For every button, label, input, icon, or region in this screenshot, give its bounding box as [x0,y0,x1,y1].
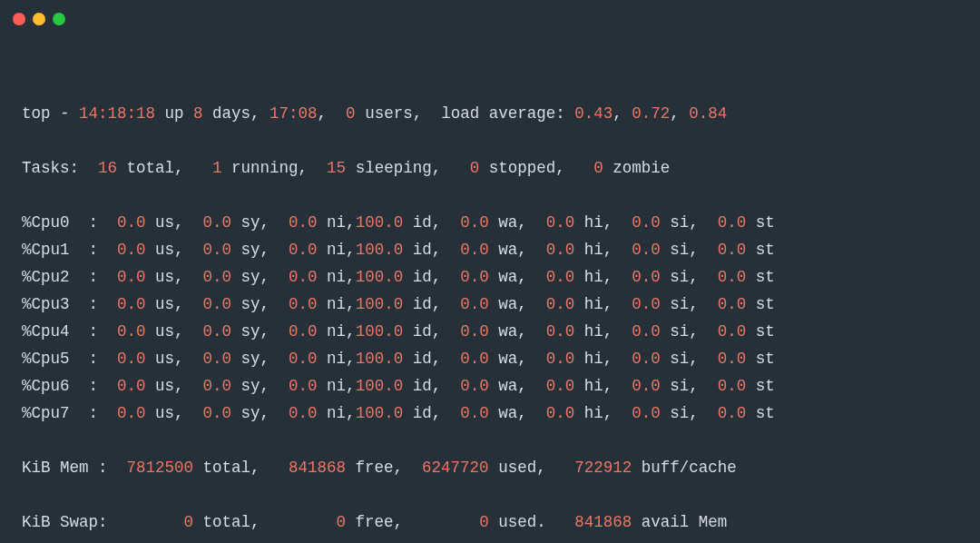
cpu-line-3: %Cpu3 : 0.0 us, 0.0 sy, 0.0 ni,100.0 id,… [22,291,958,318]
terminal-output: top - 14:18:18 up 8 days, 17:08, 0 users… [0,27,980,543]
swap-line: KiB Swap: 0 total, 0 free, 0 used. 84186… [22,508,958,536]
terminal-window: top - 14:18:18 up 8 days, 17:08, 0 users… [0,0,980,543]
cpu-line-2: %Cpu2 : 0.0 us, 0.0 sy, 0.0 ni,100.0 id,… [22,263,958,291]
cpu-line-0: %Cpu0 : 0.0 us, 0.0 sy, 0.0 ni,100.0 id,… [22,209,958,236]
mem-line: KiB Mem : 7812500 total, 841868 free, 62… [22,454,958,481]
cpu-line-5: %Cpu5 : 0.0 us, 0.0 sy, 0.0 ni,100.0 id,… [22,345,958,372]
maximize-icon[interactable] [53,13,65,25]
cpu-line-4: %Cpu4 : 0.0 us, 0.0 sy, 0.0 ni,100.0 id,… [22,318,958,345]
titlebar [0,0,980,27]
cpu-line-6: %Cpu6 : 0.0 us, 0.0 sy, 0.0 ni,100.0 id,… [22,372,958,400]
cpu-lines: %Cpu0 : 0.0 us, 0.0 sy, 0.0 ni,100.0 id,… [22,209,958,427]
tasks-line: Tasks: 16 total, 1 running, 15 sleeping,… [22,154,958,182]
close-icon[interactable] [13,13,25,25]
cpu-line-7: %Cpu7 : 0.0 us, 0.0 sy, 0.0 ni,100.0 id,… [22,400,958,427]
minimize-icon[interactable] [33,13,45,25]
clock-time: 14:18:18 [79,104,155,123]
summary-line: top - 14:18:18 up 8 days, 17:08, 0 users… [22,100,958,127]
cpu-line-1: %Cpu1 : 0.0 us, 0.0 sy, 0.0 ni,100.0 id,… [22,236,958,263]
